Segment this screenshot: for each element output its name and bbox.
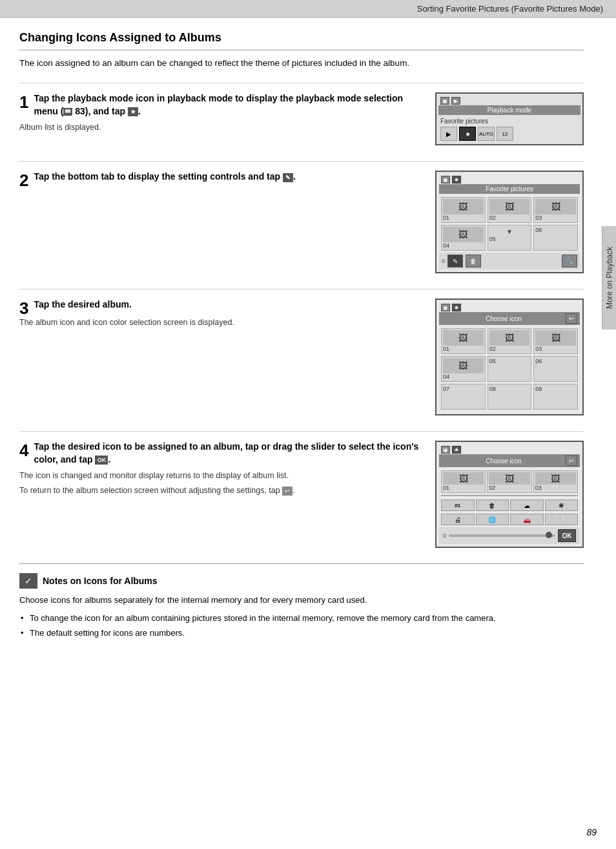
album-04: 🖼 04 [441, 225, 486, 251]
slider-thumb[interactable] [546, 532, 552, 538]
choose-icon-screen-2: ▣ ★ Choose icon ↩ 🖼 01 🖼 02 [435, 441, 584, 548]
album-05: ▼ 05 [488, 225, 532, 251]
ci1-top-icons: ▣ ★ [439, 302, 580, 312]
step-1-content: 1 Tap the playback mode icon in playback… [19, 92, 422, 134]
icon-flower[interactable]: ❋ [545, 499, 579, 511]
step-1-note: Album list is displayed. [19, 121, 422, 134]
header-text: Sorting Favorite Pictures (Favorite Pict… [417, 4, 603, 14]
album-grid-step2: 🖼 01 🖼 02 🖼 03 🖼 04 [439, 195, 580, 253]
icon-globe[interactable]: 🌐 [476, 514, 509, 525]
divider [441, 495, 578, 496]
step-3-number: 3 [19, 300, 28, 317]
choose-icon-screen-1: ▣ ★ Choose icon ↩ 🖼 01 🖼 02 [435, 299, 584, 415]
step-4-number: 4 [19, 442, 28, 459]
ci1-album-05[interactable]: 05 [488, 356, 532, 382]
slider-track[interactable] [449, 534, 555, 537]
label-01: 01 [443, 215, 449, 221]
slider-min: 0 [443, 532, 446, 539]
fav-icon-play: ▶ [440, 127, 457, 141]
step-3-content: 3 Tap the desired album. The album icon … [19, 299, 422, 329]
notes-list: To change the icon for an album containi… [19, 612, 584, 640]
ci1-cam-icon: ▣ [441, 304, 450, 311]
ci2-star-icon: ★ [452, 446, 461, 454]
thumb-02: 🖼 [489, 199, 530, 215]
icon-cloud[interactable]: ☁ [510, 499, 544, 511]
ci1-album-03[interactable]: 🖼 03 [533, 328, 578, 354]
ci1-album-08[interactable]: 08 [488, 384, 532, 410]
notes-intro: Choose icons for albums separately for t… [19, 594, 584, 607]
page-header: Sorting Favorite Pictures (Favorite Pict… [0, 0, 616, 18]
notes-header: ✓ Notes on Icons for Albums [19, 573, 584, 589]
ci1-album-04[interactable]: 🖼 04 [441, 356, 486, 382]
cam-icon-top: ▣ [441, 176, 450, 183]
icon-01[interactable]: 01 [441, 499, 475, 511]
label-04: 04 [443, 242, 449, 249]
icon-trash[interactable]: 🗑 [476, 499, 509, 511]
ci2-a3[interactable]: 🖼 03 [533, 470, 578, 493]
star-icon-top: ★ [452, 176, 461, 183]
step-3-screen: ▣ ★ Choose icon ↩ 🖼 01 🖼 02 [435, 299, 584, 415]
ci1-album-02[interactable]: 🖼 02 [488, 328, 532, 354]
icon-fork[interactable]: 🍴 [545, 514, 579, 525]
step-4: 4 Tap the desired icon to be assigned to… [19, 431, 584, 548]
ci1-title: Choose icon [442, 315, 566, 322]
step-4-left: 4 Tap the desired icon to be assigned to… [19, 441, 422, 497]
trash-btn[interactable]: 🗑 [466, 255, 481, 267]
step-1-screen: ▣ ▶ Playback mode Favorite pictures ▶ ★ … [435, 92, 584, 145]
fav-screen-label: Favorite pictures [442, 185, 577, 193]
fav-icons: ▶ ★ AUTO 12 [438, 125, 580, 142]
ci1-album-01[interactable]: 🖼 01 [441, 328, 486, 354]
playback-topbar: Playback mode [438, 105, 580, 115]
ci2-a1[interactable]: 🖼 01 [441, 470, 486, 493]
icon-sel-row1: 01 🗑 ☁ ❋ [439, 498, 580, 512]
icon-car[interactable]: 🚗 [510, 514, 544, 525]
ci1-album-07[interactable]: 07 [441, 384, 486, 410]
thumb-03: 🖼 [535, 199, 576, 215]
step-2-left: 2 Tap the bottom tab to display the sett… [19, 171, 422, 189]
notes-item-2: The default setting for icons are number… [30, 627, 584, 640]
ci1-album-06[interactable]: 06 [533, 356, 578, 382]
edit-btn[interactable]: ✎ [447, 255, 463, 267]
step-2-screen: ▣ ★ Favorite pictures 🖼 01 🖼 02 [435, 171, 584, 273]
ci2-a2[interactable]: 🖼 02 [487, 470, 531, 493]
step-1-number: 1 [19, 94, 28, 110]
step-4-content: 4 Tap the desired icon to be assigned to… [19, 441, 422, 497]
ci2-cam-icon: ▣ [441, 446, 450, 454]
album-02: 🖼 02 [488, 197, 532, 223]
playback-screen: ▣ ▶ Playback mode Favorite pictures ▶ ★ … [435, 92, 584, 145]
album-01: 🖼 01 [441, 197, 486, 223]
ok-button[interactable]: OK [558, 529, 576, 542]
play-icon: ▶ [451, 97, 460, 105]
album-06: 06 [533, 225, 578, 251]
notes-icon: ✓ [19, 573, 37, 589]
step-3-left: 3 Tap the desired album. The album icon … [19, 299, 422, 329]
step-2-text: Tap the bottom tab to display the settin… [34, 171, 422, 183]
step-3: 3 Tap the desired album. The album icon … [19, 289, 584, 415]
page-title: Changing Icons Assigned to Albums [19, 31, 584, 50]
notes-item-1: To change the icon for an album containi… [30, 612, 584, 625]
top-icons-row: ▣ ▶ [438, 96, 580, 105]
step-4-text: Tap the desired icon to be assigned to a… [34, 441, 422, 466]
ci2-title: Choose icon [442, 457, 566, 465]
ci1-back-btn[interactable]: ↩ [566, 313, 577, 324]
wrench-btn[interactable]: 🔧 [562, 255, 577, 267]
label-05: 05 [489, 236, 496, 242]
page-number: 89 [586, 827, 597, 837]
step-1-left: 1 Tap the playback mode icon in playback… [19, 92, 422, 134]
step-4-note-1: The icon is changed and monitor display … [19, 470, 422, 482]
step-3-text: Tap the desired album. [34, 299, 422, 311]
step-4-note-2: To return to the album selection screen … [19, 485, 422, 497]
notes-section: ✓ Notes on Icons for Albums Choose icons… [19, 563, 584, 640]
ci2-back-btn[interactable]: ↩ [566, 456, 577, 466]
icon-sel-row2: 🖨 🌐 🚗 🍴 [439, 512, 580, 527]
album-03: 🖼 03 [533, 197, 578, 223]
label-02: 02 [489, 215, 496, 221]
ci1-album-09[interactable]: 09 [533, 384, 578, 410]
fav-icon-star: ★ [459, 127, 476, 141]
book-icon: 📖 [63, 108, 72, 116]
pencil-icon-inline: ✎ [283, 173, 293, 182]
step-4-screen: ▣ ★ Choose icon ↩ 🖼 01 🖼 02 [435, 441, 584, 548]
thumb-04: 🖼 [443, 227, 484, 242]
icon-print[interactable]: 🖨 [441, 514, 475, 525]
thumb-01: 🖼 [443, 199, 484, 215]
